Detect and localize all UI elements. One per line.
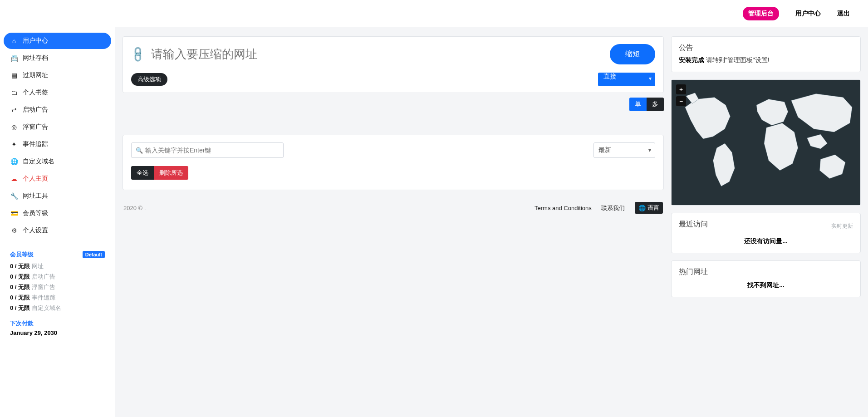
search-input[interactable]	[131, 142, 284, 158]
popular-title: 热门网址	[679, 267, 853, 277]
sidebar-item-label: 个人书签	[23, 88, 48, 97]
single-mode-button[interactable]: 单	[629, 98, 647, 111]
popular-empty: 找不到网址...	[679, 281, 853, 289]
world-map[interactable]	[672, 80, 860, 205]
redirect-type-select[interactable]: 直接	[598, 73, 655, 86]
next-payment-date: January 29, 2030	[10, 329, 105, 336]
bookmark-icon: 🗀	[10, 89, 18, 96]
sidebar-item-7[interactable]: 🌐自定义域名	[4, 153, 111, 170]
sidebar-item-4[interactable]: ⇄启动广告	[4, 102, 111, 118]
sidebar-item-label: 会员等级	[23, 209, 48, 217]
search-icon: 🔍	[136, 147, 143, 154]
sidebar-item-label: 个人设置	[23, 226, 48, 235]
popular-card: 热门网址 找不到网址...	[671, 260, 861, 297]
map-zoom-in[interactable]: +	[676, 84, 686, 94]
sidebar-item-1[interactable]: 📇网址存档	[4, 50, 111, 66]
sidebar-item-5[interactable]: ◎浮窗广告	[4, 119, 111, 135]
sidebar-item-label: 浮窗广告	[23, 123, 48, 131]
recent-live-label: 实时更新	[831, 222, 853, 230]
plan-section: 会员等级 Default 0 / 无限 网址0 / 无限 启动广告0 / 无限 …	[4, 240, 111, 336]
shorten-button[interactable]: 缩短	[610, 44, 655, 64]
recent-empty: 还没有访问量...	[679, 237, 853, 245]
recent-card: 最近访问 实时更新 还没有访问量...	[671, 213, 861, 253]
map-card: + −	[671, 79, 861, 206]
language-button[interactable]: 🌐语言	[635, 202, 663, 214]
home-icon: ⌂	[10, 37, 18, 44]
plan-stat: 0 / 无限 自定义域名	[10, 304, 105, 312]
contact-link[interactable]: 联系我们	[601, 205, 625, 211]
plan-heading: 会员等级	[10, 250, 34, 259]
url-input[interactable]	[151, 47, 603, 61]
url-list-card: 🔍 最新 全选 删除所选	[123, 135, 664, 190]
sidebar-item-9[interactable]: 🔧网址工具	[4, 188, 111, 204]
delete-selected-button[interactable]: 删除所选	[154, 166, 188, 180]
plan-stat: 0 / 无限 浮窗广告	[10, 283, 105, 291]
plan-tag: Default	[83, 251, 105, 258]
plan-stat: 0 / 无限 启动广告	[10, 273, 105, 281]
announcement-card: 公告 安装完成 请转到"管理面板"设置!	[671, 36, 861, 72]
expired-icon: ▤	[10, 72, 18, 79]
sidebar-item-label: 事件追踪	[23, 140, 48, 148]
sidebar-item-label: 个人主页	[23, 175, 48, 183]
select-all-button[interactable]: 全选	[131, 166, 154, 180]
splash-icon: ⇄	[10, 106, 18, 113]
logout-link[interactable]: 退出	[837, 10, 850, 18]
tools-icon: 🔧	[10, 192, 18, 200]
pixel-icon: ✦	[10, 141, 18, 148]
plan-stat: 0 / 无限 事件追踪	[10, 294, 105, 302]
archive-icon: 📇	[10, 54, 18, 62]
advanced-options-toggle[interactable]: 高级选项	[131, 73, 167, 86]
link-icon: 🔗	[128, 45, 147, 64]
user-center-link[interactable]: 用户中心	[795, 10, 821, 18]
settings-icon: ⚙	[10, 227, 18, 234]
sidebar-item-label: 网址工具	[23, 192, 48, 200]
globe-icon: 🌐	[638, 205, 646, 211]
sidebar-item-label: 用户中心	[23, 37, 48, 45]
announcement-title: 公告	[679, 43, 853, 53]
sidebar-item-label: 自定义域名	[23, 157, 54, 166]
cloud-icon: ☁	[10, 175, 18, 182]
copyright: 2020 © .	[123, 205, 146, 211]
plan-stat: 0 / 无限 网址	[10, 262, 105, 270]
top-nav: 管理后台 用户中心 退出	[0, 0, 868, 27]
recent-title: 最近访问	[679, 220, 708, 229]
map-zoom-out[interactable]: −	[676, 96, 686, 106]
sidebar-item-label: 过期网址	[23, 71, 48, 79]
announcement-bold: 安装完成	[679, 56, 704, 64]
sidebar-item-8[interactable]: ☁个人主页	[4, 171, 111, 187]
shorten-card: 🔗 缩短 高级选项 直接	[123, 36, 664, 93]
sidebar-item-10[interactable]: 💳会员等级	[4, 205, 111, 221]
tier-icon: 💳	[10, 210, 18, 217]
overlay-icon: ◎	[10, 123, 18, 131]
sort-select[interactable]: 最新	[593, 142, 655, 158]
footer: 2020 © . Terms and Conditions 联系我们 🌐语言	[123, 197, 664, 223]
announcement-text: 请转到"管理面板"设置!	[704, 56, 770, 64]
sidebar-item-3[interactable]: 🗀个人书签	[4, 84, 111, 101]
main-area: 🔗 缩短 高级选项 直接 单 多 🔍	[115, 27, 868, 417]
mode-toggle: 单 多	[123, 98, 664, 111]
sidebar-item-11[interactable]: ⚙个人设置	[4, 222, 111, 239]
page-wrapper: ⌂用户中心📇网址存档▤过期网址🗀个人书签⇄启动广告◎浮窗广告✦事件追踪🌐自定义域…	[0, 27, 868, 417]
domain-icon: 🌐	[10, 158, 18, 165]
sidebar-item-2[interactable]: ▤过期网址	[4, 67, 111, 83]
terms-link[interactable]: Terms and Conditions	[535, 205, 592, 211]
next-payment-label: 下次付款	[10, 319, 105, 328]
multi-mode-button[interactable]: 多	[647, 98, 664, 111]
admin-link[interactable]: 管理后台	[743, 7, 779, 20]
sidebar-item-0[interactable]: ⌂用户中心	[4, 33, 111, 49]
sidebar-item-6[interactable]: ✦事件追踪	[4, 136, 111, 152]
sidebar-item-label: 启动广告	[23, 106, 48, 114]
sidebar: ⌂用户中心📇网址存档▤过期网址🗀个人书签⇄启动广告◎浮窗广告✦事件追踪🌐自定义域…	[0, 27, 115, 417]
sidebar-item-label: 网址存档	[23, 54, 48, 62]
